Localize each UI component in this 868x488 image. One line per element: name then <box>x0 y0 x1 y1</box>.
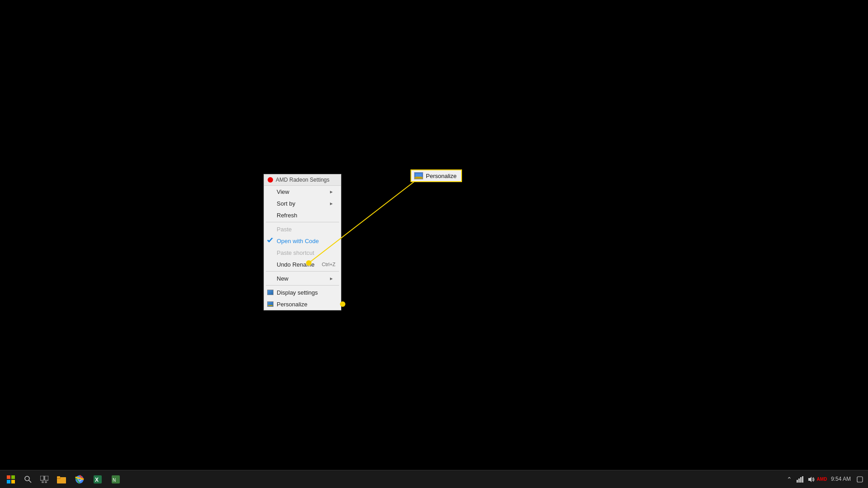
personalize-tooltip-label: Personalize <box>426 173 457 179</box>
context-menu-item-display-settings[interactable]: Display settings <box>264 286 341 298</box>
open-with-code-label: Open with Code <box>277 238 319 244</box>
svg-rect-30 <box>857 477 863 482</box>
svg-rect-28 <box>802 476 803 483</box>
amd-icon <box>268 177 273 183</box>
svg-rect-8 <box>11 480 15 483</box>
context-menu-item-sort-by[interactable]: Sort by ► <box>264 197 341 209</box>
sort-by-arrow-icon: ► <box>329 201 334 206</box>
node-taskbar-icon[interactable]: N <box>108 470 124 488</box>
display-settings-icon <box>267 289 274 296</box>
refresh-label: Refresh <box>277 212 297 219</box>
desktop <box>0 0 868 470</box>
amd-header-label: AMD Radeon Settings <box>276 177 330 183</box>
svg-rect-3 <box>415 177 423 179</box>
context-menu-item-personalize[interactable]: Personalize <box>264 298 341 310</box>
svg-rect-11 <box>40 476 44 480</box>
system-clock[interactable]: 9:54 AM <box>828 476 854 483</box>
svg-rect-27 <box>800 477 802 483</box>
context-menu-item-view[interactable]: View ► <box>264 186 341 197</box>
svg-rect-13 <box>42 481 44 483</box>
volume-icon[interactable] <box>807 475 816 484</box>
taskbar: X N ⌃ AMD <box>0 470 868 488</box>
context-menu-item-paste[interactable]: Paste <box>264 223 341 235</box>
personalize-tooltip-box: Personalize <box>410 169 462 182</box>
svg-line-10 <box>29 480 31 483</box>
new-arrow-icon: ► <box>329 276 334 281</box>
svg-rect-6 <box>11 475 15 479</box>
context-menu: AMD Radeon Settings View ► Sort by ► Ref… <box>264 174 341 310</box>
context-menu-item-open-with-code[interactable]: Open with Code <box>264 235 341 247</box>
svg-marker-29 <box>808 477 811 482</box>
svg-rect-14 <box>45 481 47 483</box>
context-menu-header: AMD Radeon Settings <box>264 174 341 186</box>
sort-by-label: Sort by <box>277 200 295 207</box>
context-menu-item-new[interactable]: New ► <box>264 272 341 284</box>
new-label: New <box>277 275 288 282</box>
svg-point-9 <box>25 476 29 481</box>
clock-time: 9:54 AM <box>831 476 851 483</box>
notification-button[interactable] <box>855 475 864 484</box>
taskbar-left: X N <box>0 470 124 488</box>
svg-rect-17 <box>57 476 60 478</box>
excel-taskbar-icon[interactable]: X <box>90 470 106 488</box>
context-menu-item-paste-shortcut[interactable]: Paste shortcut <box>264 247 341 258</box>
file-explorer-taskbar-icon[interactable] <box>53 470 70 488</box>
svg-rect-25 <box>797 480 798 483</box>
context-menu-item-refresh[interactable]: Refresh <box>264 209 341 221</box>
personalize-label: Personalize <box>277 301 307 308</box>
paste-shortcut-label: Paste shortcut <box>277 249 314 256</box>
network-icon[interactable] <box>796 475 805 484</box>
svg-text:N: N <box>113 478 116 483</box>
show-hidden-icons-button[interactable]: ⌃ <box>785 475 794 484</box>
vscode-icon <box>267 237 274 244</box>
personalize-yellow-dot <box>340 301 345 307</box>
undo-rename-shortcut: Ctrl+Z <box>322 262 335 267</box>
personalize-tooltip-icon <box>414 172 423 179</box>
taskbar-right: ⌃ AMD 9:54 AM <box>785 475 868 484</box>
start-button[interactable] <box>2 470 20 488</box>
context-menu-separator-1 <box>266 222 339 222</box>
paste-label: Paste <box>277 226 292 233</box>
svg-text:X: X <box>95 477 99 483</box>
view-arrow-icon: ► <box>329 189 334 194</box>
task-view-button[interactable] <box>36 470 52 488</box>
personalize-menu-icon <box>267 300 274 308</box>
amd-tray-icon[interactable]: AMD <box>817 475 826 484</box>
view-label: View <box>277 188 289 195</box>
search-button[interactable] <box>21 470 35 488</box>
svg-rect-5 <box>7 475 10 479</box>
context-menu-separator-2 <box>266 271 339 272</box>
display-settings-label: Display settings <box>277 289 318 296</box>
svg-rect-12 <box>45 476 48 480</box>
svg-rect-4 <box>415 174 422 177</box>
context-menu-item-undo-rename[interactable]: Undo Rename Ctrl+Z <box>264 258 341 270</box>
chrome-taskbar-icon[interactable] <box>71 470 88 488</box>
undo-rename-label: Undo Rename <box>277 261 315 268</box>
svg-rect-26 <box>798 479 800 483</box>
svg-rect-7 <box>7 480 10 483</box>
context-menu-separator-3 <box>266 285 339 286</box>
